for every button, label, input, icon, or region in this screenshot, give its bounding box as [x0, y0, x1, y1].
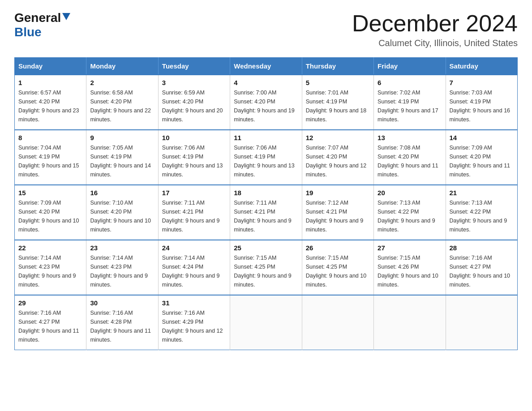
day-number: 8: [18, 134, 82, 141]
day-number: 13: [378, 134, 442, 141]
day-info: Sunrise: 7:16 AMSunset: 4:29 PMDaylight:…: [162, 308, 226, 344]
day-number: 2: [90, 79, 154, 86]
day-number: 15: [18, 189, 82, 197]
calendar-cell: 30Sunrise: 7:16 AMSunset: 4:28 PMDayligh…: [86, 295, 158, 350]
calendar-cell: [374, 295, 446, 350]
day-number: 6: [378, 79, 442, 86]
day-number: 11: [234, 134, 298, 141]
logo-arrow-icon: [62, 13, 70, 21]
day-number: 19: [306, 189, 370, 197]
calendar-table: SundayMondayTuesdayWednesdayThursdayFrid…: [14, 57, 518, 350]
day-number: 20: [378, 189, 442, 197]
calendar-cell: 2Sunrise: 6:58 AMSunset: 4:20 PMDaylight…: [86, 75, 158, 130]
day-info: Sunrise: 7:11 AMSunset: 4:21 PMDaylight:…: [162, 198, 226, 234]
day-number: 3: [162, 79, 226, 86]
day-info: Sunrise: 7:00 AMSunset: 4:20 PMDaylight:…: [234, 88, 298, 124]
calendar-cell: 27Sunrise: 7:15 AMSunset: 4:26 PMDayligh…: [374, 240, 446, 295]
day-info: Sunrise: 7:08 AMSunset: 4:20 PMDaylight:…: [378, 143, 442, 179]
calendar-cell: 28Sunrise: 7:16 AMSunset: 4:27 PMDayligh…: [446, 240, 517, 295]
logo-general: General: [14, 11, 61, 25]
day-info: Sunrise: 7:15 AMSunset: 4:25 PMDaylight:…: [234, 253, 298, 289]
weekday-header-wednesday: Wednesday: [230, 58, 302, 75]
calendar-cell: 13Sunrise: 7:08 AMSunset: 4:20 PMDayligh…: [374, 130, 446, 185]
calendar-cell: 10Sunrise: 7:06 AMSunset: 4:19 PMDayligh…: [158, 130, 230, 185]
calendar-cell: 15Sunrise: 7:09 AMSunset: 4:20 PMDayligh…: [15, 185, 86, 240]
day-number: 12: [306, 134, 370, 141]
calendar-cell: 20Sunrise: 7:13 AMSunset: 4:22 PMDayligh…: [374, 185, 446, 240]
calendar-cell: 18Sunrise: 7:11 AMSunset: 4:21 PMDayligh…: [230, 185, 302, 240]
day-info: Sunrise: 7:07 AMSunset: 4:20 PMDaylight:…: [306, 143, 370, 179]
calendar-cell: 1Sunrise: 6:57 AMSunset: 4:20 PMDaylight…: [15, 75, 86, 130]
day-info: Sunrise: 7:13 AMSunset: 4:22 PMDaylight:…: [378, 198, 442, 234]
calendar-cell: 12Sunrise: 7:07 AMSunset: 4:20 PMDayligh…: [302, 130, 373, 185]
day-info: Sunrise: 6:57 AMSunset: 4:20 PMDaylight:…: [18, 88, 82, 124]
calendar-cell: 22Sunrise: 7:14 AMSunset: 4:23 PMDayligh…: [15, 240, 86, 295]
calendar-cell: [302, 295, 373, 350]
day-number: 5: [306, 79, 370, 86]
calendar-week-2: 8Sunrise: 7:04 AMSunset: 4:19 PMDaylight…: [15, 130, 518, 185]
calendar-cell: 19Sunrise: 7:12 AMSunset: 4:21 PMDayligh…: [302, 185, 373, 240]
calendar-week-5: 29Sunrise: 7:16 AMSunset: 4:27 PMDayligh…: [15, 295, 518, 350]
day-number: 4: [234, 79, 298, 86]
calendar-cell: 14Sunrise: 7:09 AMSunset: 4:20 PMDayligh…: [446, 130, 517, 185]
calendar-week-4: 22Sunrise: 7:14 AMSunset: 4:23 PMDayligh…: [15, 240, 518, 295]
weekday-header-saturday: Saturday: [446, 58, 517, 75]
day-info: Sunrise: 7:14 AMSunset: 4:23 PMDaylight:…: [18, 253, 82, 289]
weekday-header-friday: Friday: [374, 58, 446, 75]
logo: General Blue: [14, 11, 70, 39]
month-title: December 2024: [352, 11, 518, 36]
calendar-cell: [446, 295, 517, 350]
day-info: Sunrise: 7:15 AMSunset: 4:25 PMDaylight:…: [306, 253, 370, 289]
calendar-cell: 21Sunrise: 7:13 AMSunset: 4:22 PMDayligh…: [446, 185, 517, 240]
calendar-cell: 11Sunrise: 7:06 AMSunset: 4:19 PMDayligh…: [230, 130, 302, 185]
day-info: Sunrise: 7:01 AMSunset: 4:19 PMDaylight:…: [306, 88, 370, 124]
weekday-header-sunday: Sunday: [15, 58, 86, 75]
day-number: 17: [162, 189, 226, 197]
page-header: General Blue December 2024 Calumet City,…: [14, 11, 518, 48]
day-info: Sunrise: 7:09 AMSunset: 4:20 PMDaylight:…: [450, 143, 514, 179]
day-info: Sunrise: 7:09 AMSunset: 4:20 PMDaylight:…: [18, 198, 82, 234]
weekday-header-thursday: Thursday: [302, 58, 373, 75]
day-info: Sunrise: 7:16 AMSunset: 4:27 PMDaylight:…: [18, 308, 82, 344]
day-info: Sunrise: 7:12 AMSunset: 4:21 PMDaylight:…: [306, 198, 370, 234]
weekday-header-monday: Monday: [86, 58, 158, 75]
day-info: Sunrise: 7:13 AMSunset: 4:22 PMDaylight:…: [450, 198, 514, 234]
calendar-cell: 9Sunrise: 7:05 AMSunset: 4:19 PMDaylight…: [86, 130, 158, 185]
day-info: Sunrise: 7:06 AMSunset: 4:19 PMDaylight:…: [162, 143, 226, 179]
day-number: 28: [450, 244, 514, 252]
day-number: 7: [450, 79, 514, 86]
calendar-cell: 23Sunrise: 7:14 AMSunset: 4:23 PMDayligh…: [86, 240, 158, 295]
day-number: 18: [234, 189, 298, 197]
calendar-cell: 8Sunrise: 7:04 AMSunset: 4:19 PMDaylight…: [15, 130, 86, 185]
day-number: 23: [90, 244, 154, 252]
day-info: Sunrise: 7:14 AMSunset: 4:24 PMDaylight:…: [162, 253, 226, 289]
calendar-cell: 7Sunrise: 7:03 AMSunset: 4:19 PMDaylight…: [446, 75, 517, 130]
day-number: 14: [450, 134, 514, 141]
calendar-cell: [230, 295, 302, 350]
day-info: Sunrise: 7:02 AMSunset: 4:19 PMDaylight:…: [378, 88, 442, 124]
calendar-cell: 3Sunrise: 6:59 AMSunset: 4:20 PMDaylight…: [158, 75, 230, 130]
calendar-cell: 24Sunrise: 7:14 AMSunset: 4:24 PMDayligh…: [158, 240, 230, 295]
day-info: Sunrise: 7:16 AMSunset: 4:28 PMDaylight:…: [90, 308, 154, 344]
day-info: Sunrise: 7:03 AMSunset: 4:19 PMDaylight:…: [450, 88, 514, 124]
calendar-cell: 6Sunrise: 7:02 AMSunset: 4:19 PMDaylight…: [374, 75, 446, 130]
svg-marker-0: [62, 13, 70, 20]
location-subtitle: Calumet City, Illinois, United States: [352, 38, 518, 48]
weekday-header-tuesday: Tuesday: [158, 58, 230, 75]
day-number: 31: [162, 299, 226, 307]
day-number: 27: [378, 244, 442, 252]
day-number: 21: [450, 189, 514, 197]
day-info: Sunrise: 7:14 AMSunset: 4:23 PMDaylight:…: [90, 253, 154, 289]
day-info: Sunrise: 7:10 AMSunset: 4:20 PMDaylight:…: [90, 198, 154, 234]
day-info: Sunrise: 6:58 AMSunset: 4:20 PMDaylight:…: [90, 88, 154, 124]
day-number: 9: [90, 134, 154, 141]
day-info: Sunrise: 7:05 AMSunset: 4:19 PMDaylight:…: [90, 143, 154, 179]
calendar-cell: 4Sunrise: 7:00 AMSunset: 4:20 PMDaylight…: [230, 75, 302, 130]
calendar-week-1: 1Sunrise: 6:57 AMSunset: 4:20 PMDaylight…: [15, 75, 518, 130]
day-number: 29: [18, 299, 82, 307]
calendar-cell: 31Sunrise: 7:16 AMSunset: 4:29 PMDayligh…: [158, 295, 230, 350]
day-number: 1: [18, 79, 82, 86]
calendar-cell: 17Sunrise: 7:11 AMSunset: 4:21 PMDayligh…: [158, 185, 230, 240]
day-info: Sunrise: 7:16 AMSunset: 4:27 PMDaylight:…: [450, 253, 514, 289]
day-number: 22: [18, 244, 82, 252]
